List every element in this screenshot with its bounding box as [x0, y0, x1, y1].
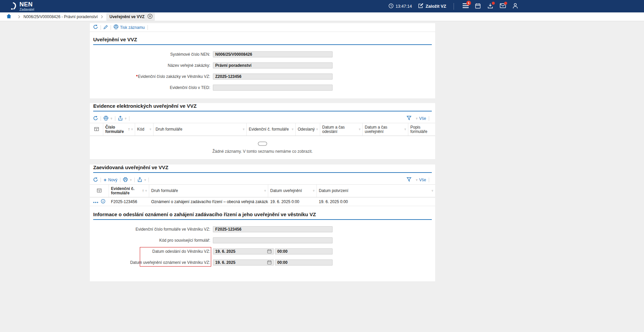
related-form-code-field[interactable] — [213, 237, 333, 243]
cell-datum-uverejneni: 19. 6. 2025 0:00 — [268, 199, 317, 204]
export-icon — [137, 177, 142, 183]
toolbar-separator — [429, 178, 429, 182]
highlighted-date-rows: Datum odeslání do Věstníku VZ: 19. 6. 20… — [90, 246, 435, 268]
calendar-button[interactable] — [472, 0, 484, 12]
home-button[interactable] — [6, 14, 11, 19]
refresh-button[interactable] — [93, 25, 98, 30]
breadcrumb-item-procurement[interactable]: N006/25/V00008426 - Právní poradenství — [23, 14, 98, 19]
toolbar-separator — [101, 25, 101, 30]
column-header-evidencni-c[interactable]: Evidenční č. formuláře ↑ ▿ — [109, 185, 149, 197]
publication-form: Systémové číslo NEN: N006/25/V00008426 N… — [90, 45, 435, 98]
registered-toolbar: + Nový ▿ ▿ ▿ Vše — [90, 176, 435, 184]
row-actions-button[interactable] — [93, 199, 98, 204]
column-filter-icon[interactable]: ▿ — [290, 127, 293, 132]
evidence-table-header: Číslo formuláře ↑ ▿ Kód ▿ Druh formuláře… — [90, 123, 435, 136]
grid-icon — [97, 188, 102, 194]
chevron-right-icon — [101, 15, 103, 18]
new-button[interactable]: + Nový — [104, 178, 117, 182]
column-filter-icon[interactable]: ▿ — [430, 189, 433, 193]
view-selector[interactable]: ▿ Vše — [415, 116, 426, 121]
column-filter-icon[interactable]: ▿ — [315, 127, 318, 132]
column-filter-icon[interactable]: ▿ — [311, 189, 314, 193]
column-filter-icon[interactable]: ▿ — [241, 127, 244, 132]
messages-button[interactable] — [496, 0, 509, 12]
plus-icon: + — [104, 178, 107, 182]
clock-icon — [389, 3, 394, 9]
column-header-odeslany[interactable]: Odeslaný ▿ — [296, 123, 320, 136]
published-date-field[interactable]: 19. 6. 2025 — [213, 259, 274, 266]
form-number-field[interactable]: F2025-123456 — [213, 226, 333, 232]
section-title-registered: Zaevidovaná uveřejnění ve VVZ — [93, 164, 432, 173]
close-tab-button[interactable] — [148, 14, 153, 20]
ted-number-field[interactable] — [213, 85, 333, 91]
toolbar-separator — [134, 178, 135, 182]
filter-button[interactable] — [407, 116, 411, 121]
print-record-button[interactable]: Tisk záznamu — [114, 25, 145, 30]
toolbar-separator — [101, 116, 101, 121]
refresh-button[interactable] — [93, 177, 98, 183]
empty-state-text: Žádné záznamy. V tomto seznamu nemáme co… — [212, 149, 312, 154]
registered-card: Zaevidovaná uveřejnění ve VVZ + Nový ▿ ▿ — [90, 164, 435, 281]
nen-logo[interactable]: NEN Zadavatel — [11, 1, 34, 11]
system-number-field[interactable]: N006/25/V00008426 — [213, 51, 333, 57]
top-header: NEN Zadavatel 13:47:14 Založit VZ 1 — [0, 0, 644, 12]
system-number-label: Systémové číslo NEN: — [90, 52, 213, 57]
related-form-code-label: Kód pro související formulář: — [90, 238, 213, 243]
session-clock: 13:47:14 — [389, 3, 412, 9]
close-icon — [148, 14, 153, 20]
column-filter-icon[interactable]: ▿ — [130, 127, 133, 132]
row-info-button[interactable] — [101, 199, 105, 204]
column-header-kod[interactable]: Kód ▿ — [135, 123, 154, 136]
chevron-down-icon: ▿ — [144, 178, 146, 182]
refresh-button[interactable] — [93, 116, 98, 122]
calendar-icon[interactable] — [267, 249, 272, 253]
breadcrumb: N006/25/V00008426 - Právní poradenství U… — [0, 12, 644, 21]
column-filter-icon[interactable]: ▿ — [357, 127, 360, 132]
column-header-druh-formulare[interactable]: Druh formuláře ▿ — [154, 123, 247, 136]
column-header-evidencni-c[interactable]: Evidenční č. formuláře ▿ — [247, 123, 296, 136]
contract-name-field[interactable]: Právní poradenství — [213, 62, 333, 68]
column-filter-icon[interactable]: ▿ — [263, 189, 266, 193]
column-header-datum-odeslani[interactable]: Datum a čas odeslání ▿ — [320, 123, 363, 136]
messages-badge — [504, 2, 507, 5]
table-row[interactable]: F2025-123456 Oznámení o zahájení zadávac… — [90, 197, 435, 206]
column-filter-icon[interactable]: ▿ — [403, 127, 406, 132]
vvz-number-field[interactable]: Z2025-123456 — [213, 74, 333, 80]
view-selector[interactable]: ▿ Vše — [415, 178, 426, 182]
column-header-datum-potvrzeni[interactable]: Datum potvrzení ▿ — [317, 185, 435, 197]
info-icon — [101, 199, 105, 204]
toolbar-separator — [129, 116, 129, 121]
sent-date-field[interactable]: 19. 6. 2025 — [213, 248, 274, 254]
published-date-value: 19. 6. 2025 — [215, 260, 235, 265]
column-header-datum-uverejneni[interactable]: Datum a čas uveřejnění ▿ — [363, 123, 408, 136]
print-list-button[interactable]: ▿ — [123, 177, 132, 183]
print-list-button[interactable]: ▿ — [104, 116, 112, 122]
column-header-cislo-formulare[interactable]: Číslo formuláře ↑ ▿ — [103, 123, 135, 136]
column-chooser-button[interactable] — [90, 123, 103, 136]
published-time-field[interactable]: 00:00 — [275, 259, 333, 266]
column-filter-icon[interactable]: ▿ — [148, 127, 151, 132]
filter-button[interactable] — [407, 177, 411, 183]
menu-button[interactable]: 1 — [459, 0, 472, 12]
account-button[interactable] — [509, 0, 521, 12]
download-badge — [492, 2, 495, 5]
column-filter-icon[interactable]: ▿ — [144, 189, 147, 193]
logo-title: NEN — [19, 1, 34, 7]
edit-button[interactable] — [104, 25, 108, 30]
evidence-card: Evidence elektronických uveřejnění ve VV… — [90, 103, 435, 159]
breadcrumb-item-current[interactable]: Uveřejnění ve VVZ — [106, 13, 155, 21]
column-chooser-button[interactable] — [90, 185, 109, 197]
calendar-icon[interactable] — [267, 260, 272, 265]
column-header-druh-formulare[interactable]: Druh formuláře ▿ — [149, 185, 268, 197]
home-icon — [6, 14, 11, 19]
export-button[interactable]: ▿ — [118, 116, 127, 122]
evidence-toolbar: ▿ ▿ ▿ Vše — [90, 114, 435, 123]
column-header-popis-formulare[interactable]: Popis formuláře — [408, 123, 435, 136]
column-header-datum-uverejneni[interactable]: Datum uveřejnění ▿ — [268, 185, 317, 197]
toolbar-separator — [115, 116, 115, 121]
form-number-label: Evidenční číslo formuláře ve Věstníku VZ… — [90, 227, 213, 232]
export-button[interactable]: ▿ — [137, 177, 146, 183]
sent-time-field[interactable]: 00:00 — [275, 248, 333, 254]
downloads-button[interactable] — [484, 0, 496, 12]
create-vz-button[interactable]: Založit VZ — [418, 3, 446, 9]
